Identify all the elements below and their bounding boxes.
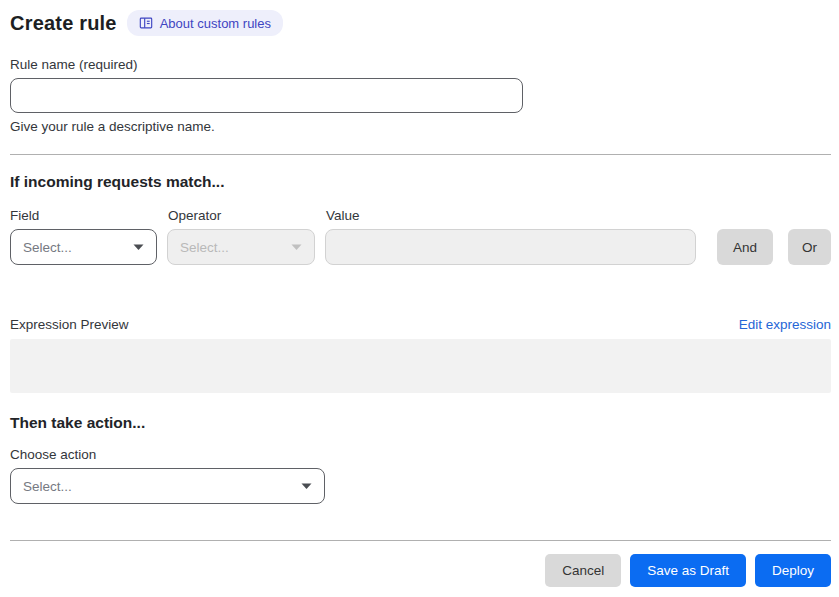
section-divider-top: [10, 154, 831, 155]
choose-action-label: Choose action: [10, 447, 831, 462]
expression-preview-box: [10, 339, 831, 393]
chevron-down-icon: [291, 244, 302, 251]
match-condition-row: Select... Select... And Or: [10, 229, 831, 265]
expression-preview-label: Expression Preview: [10, 317, 129, 332]
field-select[interactable]: Select...: [10, 229, 157, 265]
and-button[interactable]: And: [717, 229, 773, 265]
expression-preview-row: Expression Preview Edit expression: [10, 317, 831, 332]
cancel-button[interactable]: Cancel: [545, 554, 621, 587]
rule-name-input[interactable]: [10, 78, 523, 113]
section-divider-bottom: [10, 540, 831, 541]
value-input[interactable]: [325, 229, 696, 265]
deploy-button[interactable]: Deploy: [755, 554, 831, 587]
create-rule-page: Create rule About custom rules Rule name…: [0, 0, 839, 587]
rule-name-group: Rule name (required) Give your rule a de…: [10, 57, 831, 134]
operator-select-wrap: Select...: [167, 229, 315, 265]
about-custom-rules-link[interactable]: About custom rules: [127, 10, 283, 36]
save-as-draft-button[interactable]: Save as Draft: [630, 554, 746, 587]
field-select-value: Select...: [23, 240, 72, 255]
operator-select[interactable]: Select...: [167, 229, 315, 265]
book-icon: [139, 16, 153, 30]
chevron-down-icon: [133, 244, 144, 251]
edit-expression-link[interactable]: Edit expression: [739, 317, 831, 332]
about-badge-label: About custom rules: [160, 17, 271, 30]
or-button[interactable]: Or: [788, 229, 831, 265]
rule-name-helper: Give your rule a descriptive name.: [10, 119, 831, 134]
rule-name-label: Rule name (required): [10, 57, 831, 72]
choose-action-value: Select...: [23, 479, 72, 494]
page-title: Create rule: [10, 12, 117, 35]
match-column-labels: Field Operator Value: [10, 208, 831, 223]
operator-label: Operator: [168, 208, 326, 223]
chevron-down-icon: [301, 483, 312, 490]
operator-select-value: Select...: [180, 240, 229, 255]
value-label: Value: [326, 208, 360, 223]
match-section-heading: If incoming requests match...: [10, 173, 831, 191]
field-label: Field: [10, 208, 168, 223]
choose-action-select[interactable]: Select...: [10, 468, 325, 504]
action-section-heading: Then take action...: [10, 414, 831, 432]
page-header: Create rule About custom rules: [10, 10, 831, 36]
footer-actions: Cancel Save as Draft Deploy: [10, 554, 831, 587]
